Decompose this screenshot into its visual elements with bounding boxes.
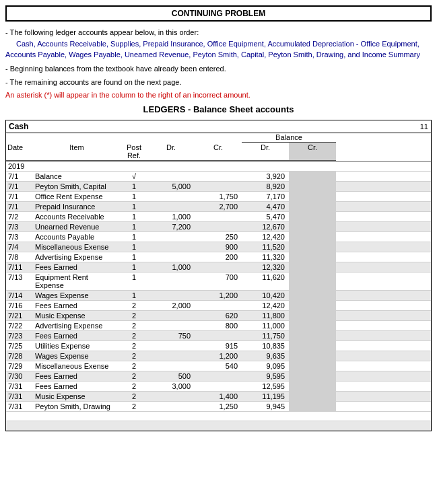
row-cr: 540	[195, 361, 242, 371]
account-name: Cash	[9, 122, 28, 131]
row-dr: 2,000	[147, 301, 195, 310]
intro-line1: - The following ledger accounts appear b…	[5, 27, 432, 61]
row-date: 7/4	[6, 242, 33, 252]
row-bal-dr: 5,470	[242, 212, 289, 221]
balance-header-row: Balance	[6, 133, 431, 143]
table-row: 7/8 Advertising Expense 1 200 11,320	[6, 252, 431, 262]
table-row: 7/1 Peyton Smith, Capital 1 5,000 8,920	[6, 182, 431, 192]
row-cr	[195, 301, 242, 310]
row-bal-dr: 11,195	[242, 392, 289, 401]
row-dr	[147, 392, 195, 401]
row-date: 7/2	[6, 212, 33, 221]
col-bal-cr: Cr.	[289, 143, 336, 161]
continuing-problem-box: CONTINUING PROBLEM	[5, 5, 432, 22]
row-item: Utilities Expense	[33, 341, 121, 351]
row-bal-dr: 12,320	[242, 262, 289, 272]
row-cr: 915	[195, 341, 242, 351]
row-dr	[147, 202, 195, 211]
row-ref: 2	[121, 341, 147, 351]
section-title: LEDGERS - Balance Sheet accounts	[5, 104, 432, 114]
row-dr	[147, 351, 195, 361]
row-bal-dr: 3,920	[242, 172, 289, 181]
row-dr	[147, 402, 195, 411]
row-date: 7/21	[6, 311, 33, 320]
row-bal-dr: 11,520	[242, 242, 289, 252]
col-date: Date	[6, 143, 33, 161]
row-date: 7/31	[6, 382, 33, 391]
row-bal-cr	[289, 192, 336, 201]
row-item: Accounts Payable	[33, 232, 121, 242]
row-date: 7/1	[6, 182, 33, 191]
table-row: 7/31 Peyton Smith, Drawing 2 1,250 9,945	[6, 402, 431, 412]
row-date: 7/3	[6, 232, 33, 242]
col-bal-dr: Dr.	[242, 143, 289, 161]
row-bal-dr: 12,420	[242, 232, 289, 242]
row-dr: 7,200	[147, 222, 195, 231]
row-bal-cr	[289, 321, 336, 330]
table-row: 7/25 Utilities Expense 2 915 10,835	[6, 341, 431, 351]
row-item: Advertising Expense	[33, 321, 121, 330]
row-bal-cr	[289, 382, 336, 391]
row-bal-cr	[289, 351, 336, 361]
ledger-year: 2019	[8, 162, 35, 170]
row-dr: 1,000	[147, 212, 195, 221]
row-bal-dr: 10,420	[242, 291, 289, 300]
table-row: 7/3 Unearned Revenue 1 7,200 12,670	[6, 222, 431, 232]
row-item: Peyton Smith, Capital	[33, 182, 121, 191]
table-row: 7/11 Fees Earned 1 1,000 12,320	[6, 262, 431, 273]
row-bal-dr: 11,620	[242, 273, 289, 290]
table-row: 7/16 Fees Earned 2 2,000 12,420	[6, 301, 431, 311]
row-ref: 2	[121, 331, 147, 340]
row-item: Equipment Rent Expense	[33, 273, 121, 290]
ledger-header: Cash 11	[6, 120, 431, 133]
row-item: Prepaid Insurance	[33, 202, 121, 211]
row-ref: 2	[121, 371, 147, 381]
table-row: 7/31 Music Expense 2 1,400 11,195	[6, 392, 431, 402]
row-bal-cr	[289, 392, 336, 401]
row-dr: 500	[147, 371, 195, 381]
row-dr	[147, 361, 195, 371]
table-row: 7/23 Fees Earned 2 750 11,750	[6, 331, 431, 341]
row-ref: 1	[121, 222, 147, 231]
row-date: 7/14	[6, 291, 33, 300]
row-dr	[147, 192, 195, 201]
row-cr: 1,400	[195, 392, 242, 401]
row-dr: 750	[147, 331, 195, 340]
empty-row-1	[6, 412, 431, 421]
row-date: 7/3	[6, 222, 33, 231]
row-cr	[195, 222, 242, 231]
row-item: Fees Earned	[33, 331, 121, 340]
col-item: Item	[33, 143, 121, 161]
row-ref: 2	[121, 351, 147, 361]
account-number: 11	[420, 122, 428, 131]
row-item: Fees Earned	[33, 262, 121, 272]
asterisk-note: An asterisk (*) will appear in the colum…	[5, 91, 432, 99]
row-item: Fees Earned	[33, 301, 121, 310]
row-ref: 2	[121, 311, 147, 320]
row-dr	[147, 321, 195, 330]
row-item: Peyton Smith, Drawing	[33, 402, 121, 411]
row-ref: 1	[121, 291, 147, 300]
row-dr	[147, 252, 195, 262]
row-ref: 2	[121, 392, 147, 401]
row-date: 7/28	[6, 351, 33, 361]
row-cr	[195, 371, 242, 381]
row-bal-cr	[289, 252, 336, 262]
row-ref: 2	[121, 361, 147, 371]
row-ref: 1	[121, 232, 147, 242]
table-row: 7/28 Wages Expense 2 1,200 9,635	[6, 351, 431, 361]
intro-line3: - The remaining accounts are found on th…	[5, 77, 432, 88]
row-bal-dr: 11,320	[242, 252, 289, 262]
row-item: Accounts Receivable	[33, 212, 121, 221]
row-date: 7/1	[6, 202, 33, 211]
row-bal-cr	[289, 262, 336, 272]
ledger-container: Cash 11 Balance Date Item PostRef. Dr. C…	[5, 120, 432, 431]
row-date: 7/29	[6, 361, 33, 371]
row-bal-dr: 12,420	[242, 301, 289, 310]
row-date: 7/30	[6, 371, 33, 381]
row-bal-cr	[289, 371, 336, 381]
row-item: Unearned Revenue	[33, 222, 121, 231]
row-dr: 3,000	[147, 382, 195, 391]
table-row: 7/22 Advertising Expense 2 800 11,000	[6, 321, 431, 331]
row-date: 7/8	[6, 252, 33, 262]
